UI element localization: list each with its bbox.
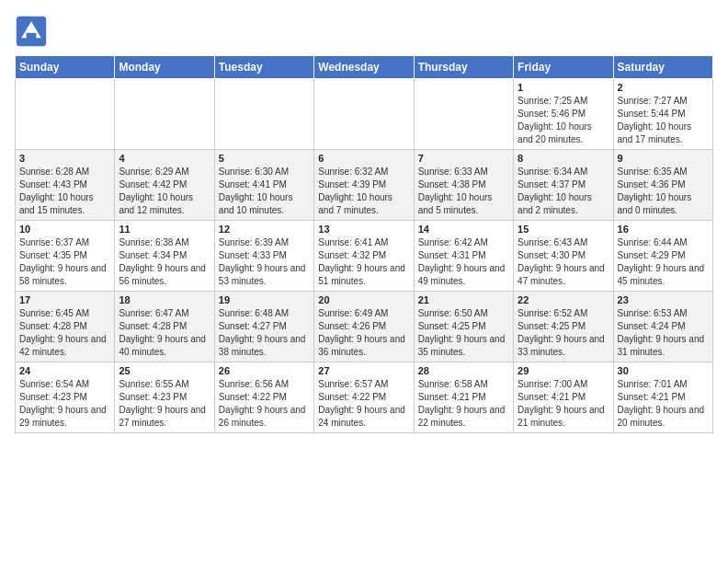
calendar-week-row: 17Sunrise: 6:45 AM Sunset: 4:28 PM Dayli…: [16, 292, 713, 362]
calendar-day-cell: [314, 79, 414, 150]
day-number: 6: [318, 153, 409, 164]
day-number: 23: [618, 294, 709, 305]
day-number: 29: [518, 365, 609, 376]
calendar-day-cell: 9Sunrise: 6:35 AM Sunset: 4:36 PM Daylig…: [613, 150, 712, 221]
day-info: Sunrise: 6:30 AM Sunset: 4:41 PM Dayligh…: [219, 166, 310, 217]
logo-icon: [15, 15, 48, 48]
weekday-header: Tuesday: [214, 56, 313, 79]
calendar-week-row: 24Sunrise: 6:54 AM Sunset: 4:23 PM Dayli…: [16, 362, 713, 433]
day-number: 26: [219, 365, 310, 376]
weekday-header: Monday: [115, 56, 214, 79]
calendar-day-cell: 22Sunrise: 6:52 AM Sunset: 4:25 PM Dayli…: [514, 292, 613, 362]
day-number: 14: [418, 224, 509, 235]
day-info: Sunrise: 6:32 AM Sunset: 4:39 PM Dayligh…: [318, 166, 409, 217]
calendar-day-cell: 16Sunrise: 6:44 AM Sunset: 4:29 PM Dayli…: [613, 221, 712, 292]
day-number: 11: [119, 224, 210, 235]
page-header: [15, 15, 713, 48]
calendar-day-cell: 7Sunrise: 6:33 AM Sunset: 4:38 PM Daylig…: [414, 150, 513, 221]
day-number: 19: [219, 294, 310, 305]
day-number: 20: [318, 294, 409, 305]
calendar-day-cell: 21Sunrise: 6:50 AM Sunset: 4:25 PM Dayli…: [414, 292, 513, 362]
day-number: 8: [518, 153, 609, 164]
day-number: 7: [418, 153, 509, 164]
calendar-day-cell: 30Sunrise: 7:01 AM Sunset: 4:21 PM Dayli…: [613, 362, 712, 433]
day-info: Sunrise: 6:44 AM Sunset: 4:29 PM Dayligh…: [618, 236, 709, 288]
calendar-day-cell: 18Sunrise: 6:47 AM Sunset: 4:28 PM Dayli…: [115, 292, 214, 362]
calendar-day-cell: 29Sunrise: 7:00 AM Sunset: 4:21 PM Dayli…: [514, 362, 613, 433]
day-info: Sunrise: 6:48 AM Sunset: 4:27 PM Dayligh…: [219, 307, 310, 359]
day-number: 18: [119, 294, 210, 305]
day-info: Sunrise: 7:25 AM Sunset: 5:46 PM Dayligh…: [518, 95, 609, 146]
calendar-day-cell: 5Sunrise: 6:30 AM Sunset: 4:41 PM Daylig…: [214, 150, 313, 221]
calendar-day-cell: 25Sunrise: 6:55 AM Sunset: 4:23 PM Dayli…: [115, 362, 214, 433]
logo: [15, 15, 51, 48]
day-info: Sunrise: 6:37 AM Sunset: 4:35 PM Dayligh…: [19, 236, 110, 288]
calendar-table: SundayMondayTuesdayWednesdayThursdayFrid…: [15, 55, 713, 433]
day-number: 24: [19, 365, 110, 376]
day-info: Sunrise: 6:53 AM Sunset: 4:24 PM Dayligh…: [618, 307, 709, 359]
svg-rect-2: [27, 33, 37, 40]
day-number: 15: [518, 224, 609, 235]
day-info: Sunrise: 6:56 AM Sunset: 4:22 PM Dayligh…: [219, 378, 310, 430]
day-info: Sunrise: 6:47 AM Sunset: 4:28 PM Dayligh…: [119, 307, 210, 359]
calendar-day-cell: 19Sunrise: 6:48 AM Sunset: 4:27 PM Dayli…: [214, 292, 313, 362]
day-info: Sunrise: 6:39 AM Sunset: 4:33 PM Dayligh…: [219, 236, 310, 288]
weekday-header: Wednesday: [314, 56, 414, 79]
day-info: Sunrise: 7:01 AM Sunset: 4:21 PM Dayligh…: [618, 378, 709, 430]
day-number: 13: [318, 224, 409, 235]
calendar-day-cell: [214, 79, 313, 150]
calendar-day-cell: 20Sunrise: 6:49 AM Sunset: 4:26 PM Dayli…: [314, 292, 414, 362]
day-info: Sunrise: 6:55 AM Sunset: 4:23 PM Dayligh…: [119, 378, 210, 430]
calendar-day-cell: [115, 79, 214, 150]
calendar-day-cell: 15Sunrise: 6:43 AM Sunset: 4:30 PM Dayli…: [514, 221, 613, 292]
day-info: Sunrise: 6:50 AM Sunset: 4:25 PM Dayligh…: [418, 307, 509, 359]
day-number: 22: [518, 294, 609, 305]
day-info: Sunrise: 6:54 AM Sunset: 4:23 PM Dayligh…: [19, 378, 110, 430]
calendar-week-row: 3Sunrise: 6:28 AM Sunset: 4:43 PM Daylig…: [16, 150, 713, 221]
day-number: 30: [618, 365, 709, 376]
day-number: 5: [219, 153, 310, 164]
calendar-day-cell: 10Sunrise: 6:37 AM Sunset: 4:35 PM Dayli…: [16, 221, 115, 292]
day-number: 9: [618, 153, 709, 164]
calendar-week-row: 1Sunrise: 7:25 AM Sunset: 5:46 PM Daylig…: [16, 79, 713, 150]
day-info: Sunrise: 7:00 AM Sunset: 4:21 PM Dayligh…: [518, 378, 609, 430]
day-number: 17: [19, 294, 110, 305]
calendar-day-cell: 4Sunrise: 6:29 AM Sunset: 4:42 PM Daylig…: [115, 150, 214, 221]
calendar-day-cell: 27Sunrise: 6:57 AM Sunset: 4:22 PM Dayli…: [314, 362, 414, 433]
calendar-day-cell: 6Sunrise: 6:32 AM Sunset: 4:39 PM Daylig…: [314, 150, 414, 221]
calendar-day-cell: 1Sunrise: 7:25 AM Sunset: 5:46 PM Daylig…: [514, 79, 613, 150]
calendar-day-cell: 26Sunrise: 6:56 AM Sunset: 4:22 PM Dayli…: [214, 362, 313, 433]
calendar-day-cell: 12Sunrise: 6:39 AM Sunset: 4:33 PM Dayli…: [214, 221, 313, 292]
day-info: Sunrise: 6:57 AM Sunset: 4:22 PM Dayligh…: [318, 378, 409, 430]
day-info: Sunrise: 6:41 AM Sunset: 4:32 PM Dayligh…: [318, 236, 409, 288]
day-info: Sunrise: 7:27 AM Sunset: 5:44 PM Dayligh…: [618, 95, 709, 146]
weekday-header: Friday: [514, 56, 613, 79]
day-info: Sunrise: 6:52 AM Sunset: 4:25 PM Dayligh…: [518, 307, 609, 359]
day-number: 28: [418, 365, 509, 376]
day-info: Sunrise: 6:34 AM Sunset: 4:37 PM Dayligh…: [518, 166, 609, 217]
calendar-day-cell: [414, 79, 513, 150]
day-info: Sunrise: 6:38 AM Sunset: 4:34 PM Dayligh…: [119, 236, 210, 288]
calendar-day-cell: 3Sunrise: 6:28 AM Sunset: 4:43 PM Daylig…: [16, 150, 115, 221]
day-number: 3: [19, 153, 110, 164]
day-info: Sunrise: 6:29 AM Sunset: 4:42 PM Dayligh…: [119, 166, 210, 217]
calendar-day-cell: 8Sunrise: 6:34 AM Sunset: 4:37 PM Daylig…: [514, 150, 613, 221]
day-info: Sunrise: 6:42 AM Sunset: 4:31 PM Dayligh…: [418, 236, 509, 288]
calendar-day-cell: 28Sunrise: 6:58 AM Sunset: 4:21 PM Dayli…: [414, 362, 513, 433]
calendar-day-cell: 2Sunrise: 7:27 AM Sunset: 5:44 PM Daylig…: [613, 79, 712, 150]
weekday-header: Saturday: [613, 56, 712, 79]
calendar-day-cell: [16, 79, 115, 150]
day-info: Sunrise: 6:28 AM Sunset: 4:43 PM Dayligh…: [19, 166, 110, 217]
day-number: 21: [418, 294, 509, 305]
day-info: Sunrise: 6:45 AM Sunset: 4:28 PM Dayligh…: [19, 307, 110, 359]
day-number: 2: [618, 82, 709, 93]
calendar-day-cell: 13Sunrise: 6:41 AM Sunset: 4:32 PM Dayli…: [314, 221, 414, 292]
day-number: 27: [318, 365, 409, 376]
weekday-header: Thursday: [414, 56, 513, 79]
day-info: Sunrise: 6:58 AM Sunset: 4:21 PM Dayligh…: [418, 378, 509, 430]
weekday-header: Sunday: [16, 56, 115, 79]
calendar-day-cell: 11Sunrise: 6:38 AM Sunset: 4:34 PM Dayli…: [115, 221, 214, 292]
calendar-header-row: SundayMondayTuesdayWednesdayThursdayFrid…: [16, 56, 713, 79]
calendar-day-cell: 14Sunrise: 6:42 AM Sunset: 4:31 PM Dayli…: [414, 221, 513, 292]
calendar-day-cell: 24Sunrise: 6:54 AM Sunset: 4:23 PM Dayli…: [16, 362, 115, 433]
